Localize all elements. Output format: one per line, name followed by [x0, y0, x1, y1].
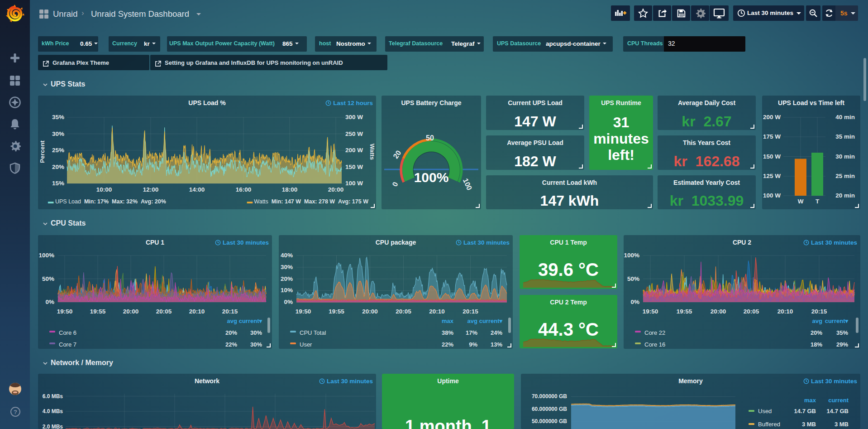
svg-text:0: 0	[391, 181, 399, 188]
svg-text:max: max	[442, 318, 454, 324]
svg-text:40%: 40%	[281, 252, 293, 259]
svg-text:4.0 MBs: 4.0 MBs	[43, 408, 63, 415]
svg-text:20:00: 20:00	[328, 186, 344, 193]
svg-text:18%: 18%	[811, 341, 822, 348]
svg-text:6.0 MBs: 6.0 MBs	[43, 393, 63, 400]
svg-text:125 W: 125 W	[763, 173, 781, 179]
svg-text:30 min: 30 min	[835, 153, 855, 160]
svg-text:50%: 50%	[42, 275, 54, 282]
svg-text:20%: 20%	[52, 164, 64, 170]
svg-text:20:10: 20:10	[189, 308, 205, 315]
svg-text:25%: 25%	[52, 147, 64, 154]
svg-text:avg: avg	[812, 318, 822, 324]
svg-text:50: 50	[426, 134, 434, 142]
svg-text:20:00: 20:00	[123, 308, 139, 315]
svg-text:30%: 30%	[281, 264, 293, 270]
svg-text:60.000000 GB: 60.000000 GB	[532, 406, 567, 412]
svg-text:20:00: 20:00	[362, 308, 378, 315]
svg-text:14.7 GB: 14.7 GB	[794, 408, 816, 415]
svg-text:9%: 9%	[469, 341, 477, 348]
svg-text:150 W: 150 W	[345, 164, 363, 170]
svg-text:150 W: 150 W	[763, 153, 781, 160]
svg-text:100: 100	[462, 177, 473, 191]
svg-text:200 W: 200 W	[345, 147, 363, 154]
svg-text:current▾: current▾	[825, 318, 849, 324]
svg-text:Watts: Watts	[369, 144, 376, 160]
svg-text:12:00: 12:00	[143, 186, 159, 193]
svg-text:19:55: 19:55	[90, 308, 106, 315]
svg-text:14:00: 14:00	[189, 186, 205, 193]
svg-text:20:00: 20:00	[711, 308, 726, 315]
svg-text:30%: 30%	[250, 341, 262, 348]
svg-text:10:00: 10:00	[96, 186, 112, 193]
svg-text:25 min: 25 min	[835, 173, 855, 179]
svg-text:300 W: 300 W	[345, 114, 363, 121]
svg-text:20%: 20%	[281, 275, 293, 282]
svg-text:avg: avg	[227, 318, 237, 324]
svg-text:250 W: 250 W	[345, 130, 363, 137]
svg-text:20:05: 20:05	[396, 308, 411, 315]
svg-text:2.0 MBs: 2.0 MBs	[43, 424, 63, 429]
svg-text:?: ?	[14, 409, 17, 415]
svg-text:20:15: 20:15	[222, 308, 238, 315]
svg-text:0%: 0%	[630, 299, 639, 305]
svg-text:17%: 17%	[466, 329, 477, 336]
svg-text:22%: 22%	[225, 341, 237, 348]
svg-text:avg: avg	[467, 318, 477, 324]
svg-text:38%: 38%	[442, 329, 453, 336]
svg-text:20:15: 20:15	[811, 308, 827, 315]
svg-text:100 W: 100 W	[763, 192, 781, 199]
svg-text:Core 16: Core 16	[644, 341, 665, 348]
svg-text:13%: 13%	[491, 341, 502, 348]
svg-text:20:05: 20:05	[744, 308, 759, 315]
svg-text:20:10: 20:10	[777, 308, 793, 315]
svg-text:35%: 35%	[836, 329, 848, 336]
svg-text:20:10: 20:10	[429, 308, 445, 315]
svg-text:200 W: 200 W	[763, 114, 781, 121]
svg-text:175 W: 175 W	[763, 133, 781, 140]
svg-text:0%: 0%	[45, 299, 54, 305]
svg-text:40 min: 40 min	[835, 114, 855, 121]
svg-text:19:50: 19:50	[296, 308, 311, 315]
svg-text:24%: 24%	[491, 329, 502, 336]
svg-text:20%: 20%	[225, 329, 237, 336]
svg-text:T: T	[816, 198, 820, 205]
svg-text:19:50: 19:50	[57, 308, 73, 315]
svg-text:100%: 100%	[624, 252, 639, 259]
svg-text:18:00: 18:00	[282, 186, 298, 193]
svg-text:29%: 29%	[836, 341, 848, 348]
svg-text:30%: 30%	[250, 329, 262, 336]
svg-text:19:50: 19:50	[643, 308, 658, 315]
svg-text:max: max	[804, 397, 816, 404]
svg-text:20:05: 20:05	[156, 308, 172, 315]
svg-text:35 min: 35 min	[835, 133, 855, 140]
svg-text:3 MB: 3 MB	[802, 421, 816, 428]
svg-text:Used: Used	[758, 408, 772, 415]
svg-text:16:00: 16:00	[236, 186, 252, 193]
svg-text:0%: 0%	[284, 299, 293, 305]
svg-text:20%: 20%	[811, 329, 822, 336]
svg-text:100%: 100%	[38, 252, 54, 259]
svg-text:Buffered: Buffered	[758, 421, 780, 428]
svg-text:20: 20	[391, 149, 402, 160]
svg-text:current▾: current▾	[479, 318, 503, 324]
svg-text:Core 6: Core 6	[59, 329, 76, 336]
svg-text:70.000000 GB: 70.000000 GB	[532, 393, 567, 400]
svg-text:100%: 100%	[414, 170, 449, 185]
svg-text:10%: 10%	[281, 287, 293, 294]
svg-text:20 min: 20 min	[835, 192, 855, 199]
svg-text:14.7 GB: 14.7 GB	[827, 408, 849, 415]
svg-text:current▾: current▾	[239, 318, 262, 324]
svg-text:W: W	[798, 198, 804, 205]
svg-text:19:55: 19:55	[329, 308, 344, 315]
svg-text:30%: 30%	[52, 130, 64, 137]
svg-text:15%: 15%	[52, 180, 64, 187]
svg-text:100 W: 100 W	[345, 180, 363, 187]
svg-text:20:15: 20:15	[463, 308, 478, 315]
svg-text:Core 22: Core 22	[644, 329, 665, 336]
svg-text:Percent: Percent	[39, 140, 46, 163]
svg-text:User: User	[300, 341, 312, 348]
svg-text:22%: 22%	[442, 341, 453, 348]
svg-text:19:55: 19:55	[677, 308, 692, 315]
svg-text:35%: 35%	[52, 114, 64, 121]
